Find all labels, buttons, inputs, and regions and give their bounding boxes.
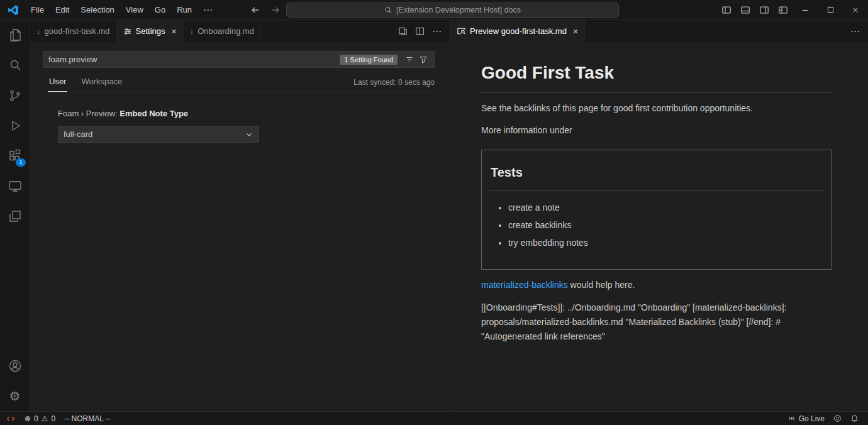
chevron-down-icon [245,130,253,139]
minimize-button[interactable] [793,0,818,19]
setting-category: Foam › Preview: [58,109,120,118]
more-actions-icon[interactable]: ⋯ [850,26,860,37]
toggle-panel-icon[interactable] [736,0,755,19]
settings-gear-icon[interactable]: ⚙ [0,381,30,411]
go-live-label: Go Live [799,414,825,423]
customize-layout-icon[interactable] [774,0,793,19]
status-bar: ⊗ 0 ⚠ 0 -- NORMAL -- Go Live [0,411,868,425]
error-count: 0 [34,414,38,423]
back-arrow-icon[interactable] [250,5,260,15]
close-tab-icon[interactable]: × [573,27,578,36]
editor-group-right: Preview good-first-task.md × ⋯ Good Firs… [450,20,868,411]
markdown-file-icon: ↓ [190,26,194,36]
markdown-preview: Good First Task See the backlinks of thi… [450,42,868,411]
filter-funnel-icon[interactable] [416,55,430,64]
scope-tab-workspace[interactable]: Workspace [80,77,123,92]
menu-edit[interactable]: Edit [50,0,75,19]
open-settings-json-icon[interactable] [398,26,408,36]
settings-sliders-icon [123,27,132,36]
broadcast-icon [787,414,796,422]
error-icon: ⊗ [25,415,31,422]
settings-search-input[interactable]: foam.preview 1 Setting Found [43,51,435,68]
menu-view[interactable]: View [120,0,149,19]
menu-go[interactable]: Go [149,0,171,19]
tabbar-right: Preview good-first-task.md × ⋯ [450,20,868,42]
menu-run[interactable]: Run [171,0,198,19]
feedback-icon[interactable] [829,412,846,425]
problems-indicator[interactable]: ⊗ 0 ⚠ 0 [20,412,60,425]
menu-bar: File Edit Selection View Go Run ⋯ [25,0,219,19]
tab-settings[interactable]: Settings × [117,20,184,42]
list-item: create a note [508,201,823,214]
history-navigation [250,0,281,20]
editor-actions-left: ⋯ [398,20,450,42]
menu-more-icon[interactable]: ⋯ [198,0,219,19]
titlebar: File Edit Selection View Go Run ⋯ [Exten… [0,0,868,20]
editor-actions-right: ⋯ [850,20,868,42]
scope-tab-user[interactable]: User [48,77,67,92]
tab-preview-good-first-task[interactable]: Preview good-first-task.md × [450,20,585,42]
explorer-icon[interactable] [0,20,30,50]
preview-paragraph: materialized-backlinks would help here. [481,279,832,292]
clear-filters-icon[interactable] [403,55,416,64]
command-center-search[interactable]: [Extension Development Host] docs [286,3,619,18]
link-references-text: [[Onboarding#Tests]]: ../Onboarding.md "… [481,301,832,344]
list-item: try embedding notes [508,236,823,250]
remote-explorer-icon[interactable] [0,171,30,201]
command-center-label: [Extension Development Host] docs [396,6,521,14]
search-view-icon[interactable] [0,50,30,80]
vim-mode-indicator[interactable]: -- NORMAL -- [60,412,115,425]
vscode-logo-icon [8,4,19,16]
extensions-badge: 1 [16,158,25,167]
activity-bar: 1 ⚙ [0,20,30,411]
tab-label: Onboarding.md [198,26,254,36]
windows-view-icon[interactable] [0,201,30,231]
search-icon [384,6,392,14]
setting-title: Foam › Preview: Embed Note Type [58,109,435,118]
titlebar-controls [717,0,868,19]
go-live-button[interactable]: Go Live [783,412,829,425]
settings-found-badge: 1 Setting Found [340,55,398,65]
remote-indicator-icon[interactable] [0,412,20,425]
link-tail-text: would help here. [568,280,635,290]
more-actions-icon[interactable]: ⋯ [432,26,442,37]
preview-paragraph: See the backlinks of this page for good … [481,102,832,115]
extensions-icon[interactable]: 1 [0,141,30,171]
vscode-window: File Edit Selection View Go Run ⋯ [Exten… [0,0,868,425]
materialized-backlinks-link[interactable]: materialized-backlinks [481,280,568,290]
toggle-secondary-sidebar-icon[interactable] [755,0,774,19]
markdown-file-icon: ↓ [36,26,41,36]
menu-file[interactable]: File [25,0,50,19]
embed-heading: Tests [489,159,823,191]
last-synced-label: Last synced: 0 secs ago [353,78,435,92]
statusbar-right: Go Live [783,412,868,425]
list-item: create backlinks [508,219,823,232]
settings-scope-tabs: User Workspace Last synced: 0 secs ago [43,73,435,92]
preview-paragraph: More information under [481,124,832,137]
warning-icon: ⚠ [42,415,48,422]
split-editor-icon[interactable] [415,26,425,36]
setting-name: Embed Note Type [120,109,188,118]
notifications-bell-icon[interactable] [846,412,863,425]
editor-area: ↓ good-first-task.md Settings × ↓ Onboar… [30,20,868,411]
tab-good-first-task[interactable]: ↓ good-first-task.md [30,20,117,42]
embedded-note-card: Tests create a note create backlinks try… [481,150,832,270]
close-tab-icon[interactable]: × [172,27,177,36]
workbench: 1 ⚙ ↓ good-first-task.md [0,20,868,411]
settings-editor: foam.preview 1 Setting Found User Worksp… [30,42,450,411]
setting-item-embed-note-type: Foam › Preview: Embed Note Type full-car… [58,109,435,143]
tab-label: Settings [136,26,165,36]
forward-arrow-icon[interactable] [270,5,281,15]
run-debug-icon[interactable] [0,111,30,141]
source-control-icon[interactable] [0,80,30,111]
maximize-button[interactable] [818,0,843,19]
toggle-sidebar-icon[interactable] [717,0,736,19]
embed-note-type-dropdown[interactable]: full-card [58,126,259,143]
settings-search-value: foam.preview [48,55,340,64]
tab-onboarding[interactable]: ↓ Onboarding.md [184,20,261,42]
warning-count: 0 [52,414,56,423]
close-window-button[interactable] [843,0,868,19]
menu-selection[interactable]: Selection [75,0,120,19]
account-icon[interactable] [0,351,30,381]
tabbar-left: ↓ good-first-task.md Settings × ↓ Onboar… [30,20,450,42]
